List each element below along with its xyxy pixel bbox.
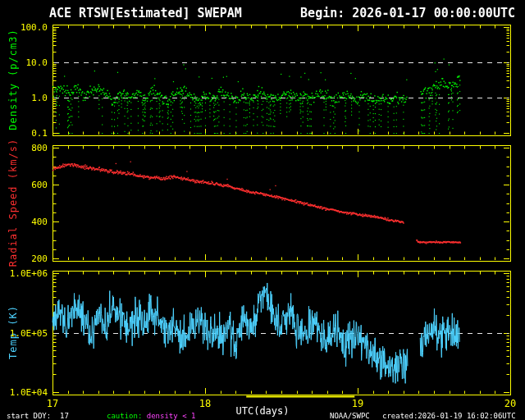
density-axis-label: Density (p/cm3) xyxy=(7,29,19,130)
created-timestamp: created:2026-01-19 16:02:06UTC xyxy=(382,412,516,420)
y-tick-label: 200 xyxy=(0,253,48,264)
start-doy-label: start DOY: 17 xyxy=(7,412,69,420)
xaxis-label: UTC(days) xyxy=(235,405,289,417)
x-tick-label: 20 xyxy=(500,398,520,409)
x-tick-label: 19 xyxy=(348,398,368,409)
caution-label: caution: xyxy=(107,412,147,420)
y-tick-label: 10.0 xyxy=(0,57,48,68)
y-tick-label: 1.0E+04 xyxy=(0,387,48,398)
plot-canvas xyxy=(0,0,525,420)
x-tick-label: 17 xyxy=(43,398,62,409)
y-tick-label: 100.0 xyxy=(0,22,48,33)
y-tick-label: 1.0 xyxy=(0,93,48,103)
begin-timestamp: Begin: 2026-01-17 00:00:00UTC xyxy=(300,6,515,21)
swepam-plot: ACE RTSW[Estimated] SWEPAM Begin: 2026-0… xyxy=(0,0,525,420)
caution-note: caution: density < 1 xyxy=(107,412,195,420)
y-tick-label: 0.1 xyxy=(0,128,48,139)
speed-axis-label: Radial Speed (km/s) xyxy=(7,139,19,267)
x-tick-label: 18 xyxy=(195,398,215,409)
y-tick-label: 400 xyxy=(0,217,48,227)
agency-label: NOAA/SWPC xyxy=(330,412,370,420)
y-tick-label: 1.0E+06 xyxy=(0,268,48,279)
plot-title: ACE RTSW[Estimated] SWEPAM xyxy=(49,6,242,21)
y-tick-label: 600 xyxy=(0,180,48,190)
y-tick-label: 800 xyxy=(0,143,48,153)
caution-value: density < 1 xyxy=(147,412,196,420)
y-tick-label: 1.0E+05 xyxy=(0,328,48,339)
